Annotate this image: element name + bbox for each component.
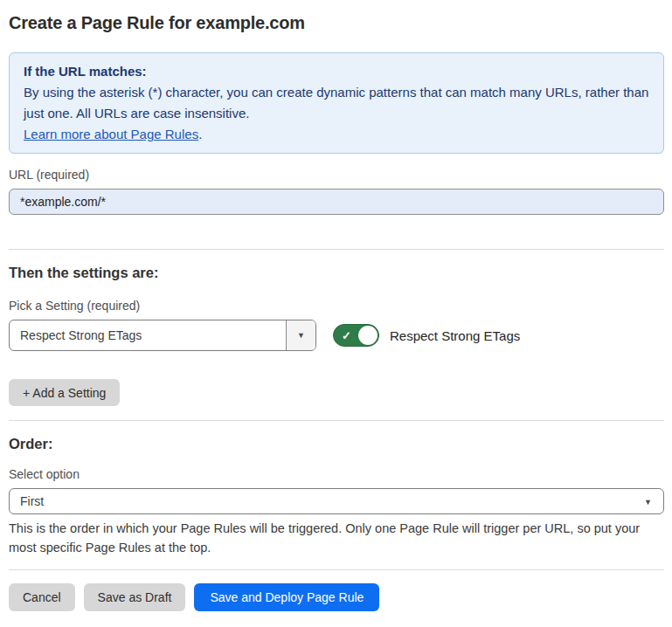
info-box-body: By using the asterisk (*) character, you… [24,82,649,124]
link-period: . [198,127,202,141]
setting-select-value: Respect Strong ETags [10,328,286,342]
order-help-text: This is the order in which your Page Rul… [9,519,664,557]
info-box-link-row: Learn more about Page Rules. [24,124,649,145]
order-select-value: First [10,494,663,508]
setting-select-arrow-button[interactable]: ▼ [286,320,315,350]
order-heading: Order: [9,434,664,453]
toggle-knob [358,326,378,345]
divider [9,569,664,570]
settings-heading: Then the settings are: [9,263,664,282]
chevron-down-icon: ▼ [297,332,305,340]
footer-actions: Cancel Save as Draft Save and Deploy Pag… [9,583,664,611]
save-draft-button[interactable]: Save as Draft [84,583,186,611]
learn-more-link[interactable]: Learn more about Page Rules [24,127,198,141]
divider [9,249,664,250]
info-box-heading: If the URL matches: [24,61,649,82]
url-match-info-box: If the URL matches: By using the asteris… [9,52,664,154]
check-icon: ✓ [342,330,351,341]
chevron-down-icon: ▼ [644,499,652,506]
page-title: Create a Page Rule for example.com [9,10,664,35]
divider [9,420,664,421]
url-input[interactable] [9,189,664,215]
create-page-rule-form: Create a Page Rule for example.com If th… [0,0,672,611]
pick-setting-label: Pick a Setting (required) [9,299,664,314]
setting-select[interactable]: Respect Strong ETags ▼ [9,320,316,351]
order-select[interactable]: First ▼ [9,488,664,514]
setting-toggle[interactable]: ✓ [333,324,379,347]
cancel-button[interactable]: Cancel [9,583,75,611]
toggle-label: Respect Strong ETags [390,328,520,343]
select-option-label: Select option [9,467,664,482]
setting-row: Respect Strong ETags ▼ ✓ Respect Strong … [9,320,664,351]
save-deploy-button[interactable]: Save and Deploy Page Rule [194,583,379,611]
add-setting-button[interactable]: + Add a Setting [9,379,120,406]
url-label: URL (required) [9,168,664,183]
